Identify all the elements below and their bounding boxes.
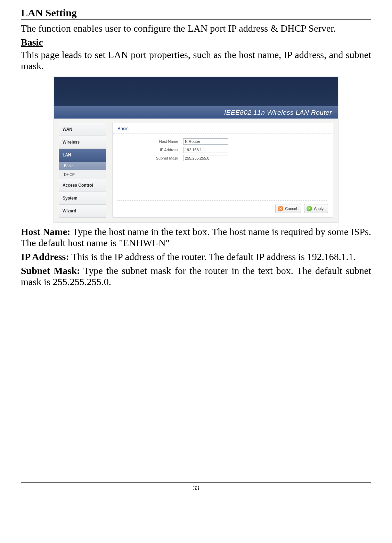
- row-host-name: Host Name :: [119, 138, 327, 145]
- desc-subnet-mask: Subnet Mask: Type the subnet mask for th…: [21, 265, 371, 287]
- desc-ip-address: IP Address: This is the IP address of th…: [21, 251, 371, 262]
- desc-ip-text: This is the IP address of the router. Th…: [69, 251, 356, 262]
- nav-lan-dhcp[interactable]: DHCP: [59, 170, 106, 179]
- page-footer: 33: [21, 482, 371, 492]
- nav-wan[interactable]: WAN: [59, 123, 106, 136]
- label-subnet-mask: Subnet Mask :: [119, 156, 183, 160]
- apply-icon: ✓: [307, 206, 312, 211]
- page-title: LAN Setting: [21, 7, 371, 20]
- nav-lan-basic[interactable]: Basic: [59, 162, 106, 170]
- row-ip-address: IP Address :: [119, 147, 327, 153]
- sidebar-nav: WAN Wireless LAN Basic DHCP Access Contr…: [59, 123, 106, 218]
- panel-title: Basic: [113, 123, 332, 133]
- nav-wizard[interactable]: Wizard: [59, 205, 106, 218]
- input-host-name[interactable]: [183, 138, 228, 145]
- router-admin-screenshot: IEEE802.11n Wireless LAN Router WAN Wire…: [54, 76, 338, 223]
- form-area: Host Name : IP Address : Subnet Mask :: [113, 133, 333, 166]
- router-body: WAN Wireless LAN Basic DHCP Access Contr…: [54, 119, 338, 222]
- cancel-icon: ✕: [278, 206, 283, 211]
- intro-text: The function enables user to configure t…: [21, 23, 371, 34]
- label-host-name: Host Name :: [119, 139, 183, 144]
- section-description: This page leads to set LAN port properti…: [21, 49, 371, 72]
- desc-ip-label: IP Address:: [21, 251, 69, 262]
- cancel-button[interactable]: ✕ Cancel: [275, 204, 301, 213]
- router-header-title: IEEE802.11n Wireless LAN Router: [54, 106, 338, 119]
- apply-label: Apply: [314, 206, 324, 211]
- desc-host-name: Host Name: Type the host name in the tex…: [21, 226, 371, 249]
- desc-host-name-text: Type the host name in the text box. The …: [21, 226, 371, 248]
- router-header: IEEE802.11n Wireless LAN Router: [54, 77, 338, 119]
- apply-button[interactable]: ✓ Apply: [304, 204, 328, 213]
- input-ip-address[interactable]: [183, 147, 228, 153]
- nav-lan[interactable]: LAN: [59, 149, 106, 162]
- nav-wireless[interactable]: Wireless: [59, 136, 106, 149]
- section-label-basic: Basic: [21, 37, 371, 48]
- row-subnet-mask: Subnet Mask :: [119, 155, 327, 161]
- nav-access-control[interactable]: Access Control: [59, 179, 106, 192]
- desc-subnet-label: Subnet Mask:: [21, 265, 80, 276]
- cancel-label: Cancel: [285, 206, 297, 211]
- nav-system[interactable]: System: [59, 192, 106, 205]
- label-ip-address: IP Address :: [119, 148, 183, 152]
- desc-host-name-label: Host Name:: [21, 226, 70, 237]
- content-panel: Basic Host Name : IP Address : Subnet Ma…: [112, 123, 333, 218]
- input-subnet-mask[interactable]: [183, 155, 228, 161]
- button-bar: ✕ Cancel ✓ Apply: [117, 200, 328, 213]
